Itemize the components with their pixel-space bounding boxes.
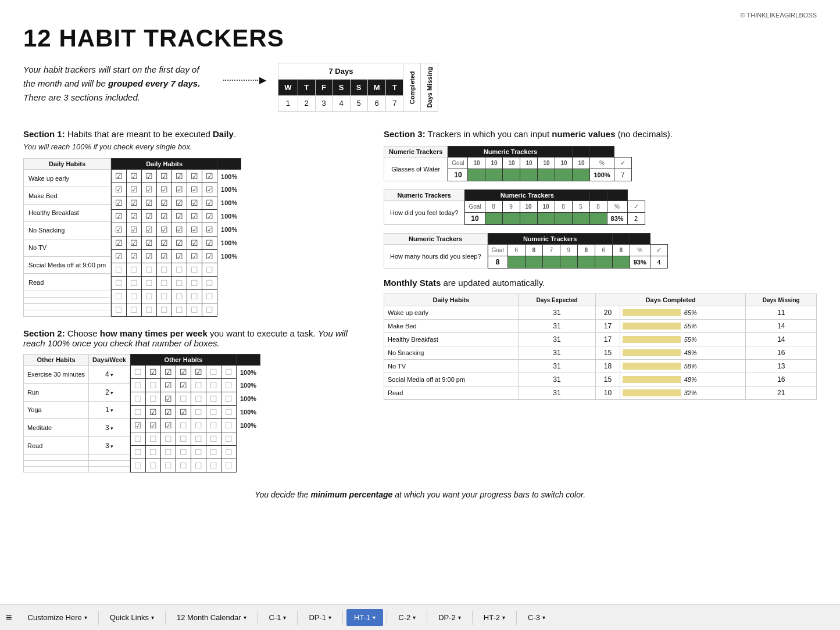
menu-icon[interactable]: ≡ <box>6 611 12 624</box>
days-missing-header: Days Missing <box>421 63 438 112</box>
completed-header: Completed <box>403 63 421 112</box>
tab-separator <box>516 611 517 625</box>
tab-separator <box>427 611 427 625</box>
page-title: 12 HABIT TRACKERS <box>23 24 817 52</box>
monthly-stats-title: Monthly Stats are updated automatically. <box>384 278 817 288</box>
monthly-stats-table: Daily Habits Days Expected Days Complete… <box>384 293 817 400</box>
bottom-tab-ht-2[interactable]: HT-2 ▾ <box>476 609 513 626</box>
section3-heading: Section 3: Trackers in which you can inp… <box>384 129 817 139</box>
tab-separator <box>472 611 473 625</box>
other-habit-labels: Other Habits Days/Week Exercise 30 minut… <box>23 354 130 472</box>
week-calendar-preview: 7 Days Completed Days Missing WTFSSMT 12… <box>278 63 438 112</box>
tab-separator <box>342 611 343 625</box>
section1-heading: Section 1: Habits that are meant to be e… <box>23 129 360 139</box>
bottom-tab-quick-links[interactable]: Quick Links ▾ <box>102 609 162 626</box>
numeric-tracker-row: Numeric Trackers How did you feel today?… <box>384 189 817 225</box>
footer-note: You decide the minimum percentage at whi… <box>23 490 817 499</box>
bottom-tab-12-month-calendar[interactable]: 12 Month Calendar ▾ <box>169 609 254 626</box>
tab-separator <box>297 611 298 625</box>
tab-separator <box>258 611 258 625</box>
intro-text: Your habit trackers will start on the fi… <box>23 63 200 105</box>
week-days-label: 7 Days <box>278 63 403 80</box>
bottom-tab-dp-1[interactable]: DP-1 ▾ <box>301 609 339 626</box>
other-habits-tracker: Other Habits Days/Week Exercise 30 minut… <box>23 354 360 472</box>
section1-sub: You will reach 100% if you check every s… <box>23 142 360 151</box>
tab-separator <box>98 611 99 625</box>
bottom-tab-c-2[interactable]: C-2 ▾ <box>391 609 423 626</box>
bottom-tab-bar: ≡ Customize Here ▾Quick Links ▾12 Month … <box>0 604 840 630</box>
numeric-tracker-row: Numeric Trackers Glasses of Water Numeri… <box>384 146 817 181</box>
bottom-tab-c-1[interactable]: C-1 ▾ <box>262 609 294 626</box>
numeric-tracker-row: Numeric Trackers How many hours did you … <box>384 233 817 269</box>
arrow-indicator: ▶ <box>223 74 266 85</box>
copyright: © THINKLIKEAGIRLBOSS <box>23 12 817 19</box>
daily-habit-labels: Daily Habits Wake up earlyMake BedHealth… <box>23 158 111 317</box>
other-habit-checks: Other Habits ☐☑☑☑☑☐☐100%☐☐☑☑☐☐☐100%☐☐☑☐☐… <box>130 354 260 472</box>
tab-separator <box>165 611 166 625</box>
numeric-trackers-wrapper: Numeric Trackers Glasses of Water Numeri… <box>384 146 817 269</box>
bottom-tab-ht-1[interactable]: HT-1 ▾ <box>346 609 383 626</box>
bottom-tab-c-3[interactable]: C-3 ▾ <box>520 609 553 626</box>
daily-habits-tracker: Daily Habits Wake up earlyMake BedHealth… <box>23 158 360 317</box>
bottom-tab-dp-2[interactable]: DP-2 ▾ <box>431 609 469 626</box>
tab-separator <box>387 611 387 625</box>
bottom-tab-customize-here[interactable]: Customize Here ▾ <box>20 609 95 626</box>
daily-habit-checks: Daily Habits ☑☑☑☑☑☑☑100%☑☑☑☑☑☑☑100%☑☑☑☑☑… <box>111 158 241 317</box>
section2-heading: Section 2: Choose how many times per wee… <box>23 328 360 348</box>
